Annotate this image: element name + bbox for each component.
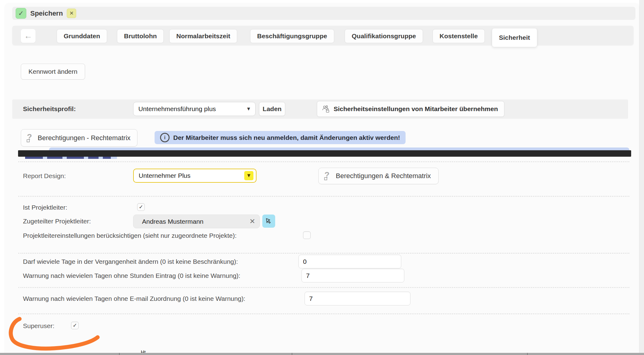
copy-security-settings-button[interactable]: Sicherheitseinstellungen von Mitarbeiter… (317, 101, 504, 117)
load-profile-button[interactable]: Laden (259, 102, 285, 116)
save-confirm-button[interactable]: ✓ (16, 8, 26, 19)
question-icon: ? (324, 171, 331, 181)
is-project-leader-label: Ist Projektleiter: (23, 204, 67, 211)
past-days-label: Darf wieviele Tage in der Vergangenheit … (23, 258, 238, 266)
relogin-notice: i Der Mitarbeiter muss sich neu anmelden… (155, 131, 406, 144)
clipped-text: Ht (141, 350, 153, 353)
arrow-left-icon: ← (24, 31, 32, 41)
report-design-label: Report Design: (23, 172, 66, 180)
tab-sicherheit[interactable]: Sicherheit (492, 28, 537, 47)
tab-bruttolohn[interactable]: Bruttolohn (117, 29, 164, 43)
check-icon: ✓ (73, 322, 77, 329)
permissions-matrix-button[interactable]: ? Berechtigungen - Rechtematrix (21, 129, 137, 147)
permissions-matrix-label-2: Berechtigungen & Rechtematrix (336, 172, 431, 180)
page-gutter (639, 0, 644, 355)
permissions-matrix-label: Berechtigungen - Rechtematrix (38, 134, 130, 142)
back-button[interactable]: ← (21, 29, 36, 43)
security-profile-select[interactable]: Unternehmensführung plus ▼ (133, 102, 256, 116)
chevron-down-icon: ▼ (246, 106, 251, 112)
close-icon: ✕ (69, 10, 74, 17)
tab-beschaeftigungsgruppe[interactable]: Beschäftigungsgruppe (250, 29, 334, 43)
consider-settings-checkbox[interactable] (303, 231, 311, 239)
save-toolbar: ✓ Speichern ✕ (12, 7, 635, 20)
tab-normalarbeitszeit[interactable]: Normalarbeitszeit (169, 29, 237, 43)
consider-settings-label: Projektleitereinstellungen berücksichtig… (23, 232, 237, 240)
report-design-select[interactable]: Unternehmer Plus ▼ (133, 169, 256, 183)
tab-kostenstelle[interactable]: Kostenstelle (432, 29, 485, 43)
security-profile-label: Sicherheitsprofil: (23, 105, 76, 113)
check-icon: ✓ (139, 204, 143, 210)
superuser-checkbox[interactable]: ✓ (71, 322, 79, 329)
redaction-bar (18, 150, 631, 157)
section-separator (18, 313, 629, 314)
superuser-label: Superuser: (23, 322, 54, 330)
report-design-value: Unternehmer Plus (139, 172, 190, 179)
users-lock-icon (321, 105, 330, 113)
pick-project-leader-button[interactable] (262, 215, 275, 228)
hours-warning-label: Warnung nach wievielen Tagen ohne Stunde… (23, 272, 240, 280)
redacted-text-fragments (25, 157, 117, 159)
clear-icon[interactable]: ✕ (249, 218, 255, 225)
tab-qualifikationsgruppe[interactable]: Qualifikationsgruppe (345, 29, 423, 43)
chevron-down-icon: ▼ (246, 173, 252, 179)
dropdown-highlight: ▼ (244, 171, 253, 180)
email-warning-input[interactable] (305, 292, 410, 305)
question-icon: ? (26, 133, 33, 143)
copy-security-settings-label: Sicherheitseinstellungen von Mitarbeiter… (334, 105, 498, 113)
assigned-project-leader-value: Andreas Mustermann (142, 218, 204, 225)
change-password-button[interactable]: Kennwort ändern (21, 64, 85, 80)
window-bottom-edge (0, 353, 644, 355)
assigned-project-leader-field[interactable]: Andreas Mustermann ✕ (133, 215, 260, 228)
edge-divider (527, 353, 528, 355)
permissions-matrix-button-2[interactable]: ? Berechtigungen & Rechtematrix (318, 168, 439, 184)
save-cancel-button[interactable]: ✕ (67, 9, 76, 18)
check-icon: ✓ (18, 9, 24, 17)
tab-grunddaten[interactable]: Grunddaten (57, 29, 107, 43)
save-label: Speichern (30, 9, 63, 17)
is-project-leader-checkbox[interactable]: ✓ (137, 203, 145, 211)
section-separator (18, 196, 629, 197)
relogin-notice-text: Der Mitarbeiter muss sich neu anmelden, … (173, 134, 400, 141)
section-separator (18, 287, 629, 288)
email-warning-label: Warnung nach wievielen Tagen ohne E-mail… (23, 295, 245, 303)
edge-divider (292, 353, 292, 355)
section-separator (18, 253, 629, 254)
edge-divider (119, 353, 120, 355)
security-profile-value: Unternehmensführung plus (138, 105, 216, 113)
hours-warning-input[interactable] (301, 269, 404, 282)
past-days-input[interactable] (298, 255, 401, 268)
assigned-project-leader-label: Zugeteilter Projektleiter: (23, 217, 91, 225)
section-separator (18, 161, 629, 162)
info-icon: i (160, 133, 170, 142)
cursor-icon (265, 217, 273, 225)
